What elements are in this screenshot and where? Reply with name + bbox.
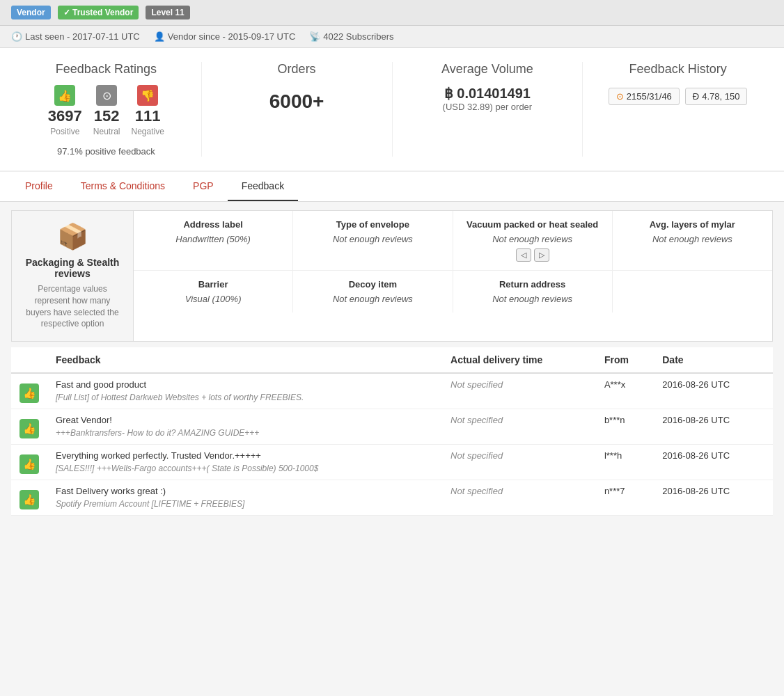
amazon-feedback-value: 2155/31/46 <box>627 91 672 102</box>
delivery-value: Not specified <box>450 450 503 461</box>
d-feedback-btn[interactable]: Ð 4.78, 150 <box>685 88 748 105</box>
tab-feedback[interactable]: Feedback <box>228 172 298 201</box>
feedback-main-text: Great Vendor! <box>56 415 434 425</box>
tab-pgp[interactable]: PGP <box>179 172 228 201</box>
from-cell: l***h <box>596 445 654 480</box>
col-date: Date <box>654 347 773 373</box>
feedback-text-cell: Everything worked perfectly. Trusted Ven… <box>47 445 442 480</box>
positive-label: Positive <box>48 127 82 136</box>
expand-right-btn[interactable]: ▷ <box>534 248 549 262</box>
orders-block: Orders 6000+ <box>202 62 393 157</box>
pkg-address-label: Address label Handwritten (50%) <box>134 211 293 270</box>
packaging-section: 📦 Packaging & Stealth reviews Percentage… <box>11 210 773 342</box>
tab-terms[interactable]: Terms & Conditions <box>67 172 179 201</box>
date-cell: 2016-08-26 UTC <box>654 409 773 445</box>
badge-level: Level 11 <box>146 6 189 19</box>
main-content: 📦 Packaging & Stealth reviews Percentage… <box>0 210 784 530</box>
vendor-since: 👤 Vendor since - 2015-09-17 UTC <box>154 31 296 42</box>
table-row: 👍 Great Vendor! +++Banktransfers- How to… <box>11 409 773 445</box>
thumbup-icon: 👍 <box>19 383 39 403</box>
neutral-count: 152 <box>93 107 120 125</box>
feedback-icon-cell: 👍 <box>11 373 47 409</box>
date-cell: 2016-08-26 UTC <box>654 480 773 516</box>
badge-trusted: ✓ Trusted Vendor <box>58 6 139 19</box>
date-cell: 2016-08-26 UTC <box>654 373 773 409</box>
packaging-row-1: Address label Handwritten (50%) Type of … <box>134 211 772 271</box>
positive-count: 3697 <box>48 107 82 125</box>
table-header-row: Feedback Actual delivery time From Date <box>11 347 773 373</box>
thumbup-icon: 👍 <box>19 419 39 438</box>
packaging-title: Packaging & Stealth reviews <box>23 257 122 279</box>
amazon-feedback-btn[interactable]: ⊙ 2155/31/46 <box>609 88 680 105</box>
neutral-icon: ⊙ <box>96 85 117 106</box>
negative-label: Negative <box>132 127 164 136</box>
from-value: A***x <box>604 379 625 390</box>
positive-pct: 97.1% positive feedback <box>18 146 194 157</box>
feedback-history-title: Feedback History <box>590 62 766 77</box>
feedback-sub-text: +++Banktransfers- How to do it? AMAZING … <box>56 428 434 438</box>
person-icon: 👤 <box>154 31 165 42</box>
from-cell: n***7 <box>596 480 654 516</box>
packaging-right: Address label Handwritten (50%) Type of … <box>134 211 772 341</box>
date-value: 2016-08-26 UTC <box>662 450 730 461</box>
feedback-main-text: Fast and good product <box>56 379 434 390</box>
pkg-barrier: Barrier Visual (100%) <box>134 271 293 313</box>
avg-volume-block: Average Volume ฿ 0.01401491 (USD 32.89) … <box>393 62 583 157</box>
feedback-table: Feedback Actual delivery time From Date … <box>11 347 773 516</box>
calendar-icon: 🕐 <box>11 31 22 42</box>
neutral-rating: ⊙ 152 Neutral <box>93 85 120 136</box>
from-cell: A***x <box>596 373 654 409</box>
badge-vendor: Vendor <box>11 6 51 19</box>
table-row: 👍 Everything worked perfectly. Trusted V… <box>11 445 773 480</box>
pkg-vacuum: Vacuum packed or heat sealed Not enough … <box>453 211 613 270</box>
pkg-return-address: Return address Not enough reviews <box>453 271 613 313</box>
expand-left-btn[interactable]: ◁ <box>516 248 531 262</box>
feedback-text-cell: Fast Delivery works great :) Spotify Pre… <box>47 480 442 516</box>
rss-icon: 📡 <box>309 31 320 42</box>
feedback-icon-cell: 👍 <box>11 480 47 516</box>
neutral-label: Neutral <box>93 127 120 136</box>
d-feedback-value: 4.78, 150 <box>702 91 739 102</box>
feedback-main-text: Everything worked perfectly. Trusted Ven… <box>56 450 434 461</box>
delivery-cell: Not specified <box>442 445 596 480</box>
packaging-row-2: Barrier Visual (100%) Decoy item Not eno… <box>134 271 772 313</box>
pkg-mylar: Avg. layers of mylar Not enough reviews <box>613 211 772 270</box>
delivery-value: Not specified <box>450 379 503 390</box>
tab-profile[interactable]: Profile <box>11 172 67 201</box>
pkg-decoy: Decoy item Not enough reviews <box>293 271 453 313</box>
from-value: l***h <box>604 450 622 461</box>
feedback-sub-text: [Full List] of Hottest Darkweb Websites … <box>56 393 434 402</box>
delivery-cell: Not specified <box>442 373 596 409</box>
date-value: 2016-08-26 UTC <box>662 379 730 390</box>
rating-row: 👍 3697 Positive ⊙ 152 Neutral 👎 111 Nega… <box>18 85 194 136</box>
date-cell: 2016-08-26 UTC <box>654 445 773 480</box>
expand-icons: ◁ ▷ <box>463 248 602 262</box>
negative-rating: 👎 111 Negative <box>132 85 164 136</box>
orders-title: Orders <box>209 62 385 77</box>
box-icon: 📦 <box>23 222 122 251</box>
avg-volume-usd: (USD 32.89) per order <box>400 102 576 112</box>
feedback-text-cell: Fast and good product [Full List] of Hot… <box>47 373 442 409</box>
feedback-icon-cell: 👍 <box>11 445 47 480</box>
date-value: 2016-08-26 UTC <box>662 415 730 425</box>
pkg-envelope-type: Type of envelope Not enough reviews <box>293 211 453 270</box>
table-row: 👍 Fast Delivery works great :) Spotify P… <box>11 480 773 516</box>
pkg-empty <box>613 271 772 313</box>
table-row: 👍 Fast and good product [Full List] of H… <box>11 373 773 409</box>
negative-icon: 👎 <box>137 85 158 106</box>
amazon-icon: ⊙ <box>616 91 624 102</box>
feedback-icon-cell: 👍 <box>11 409 47 445</box>
positive-icon: 👍 <box>54 85 75 106</box>
feedback-sub-text: [SALES!!!] +++Wells-Fargo accounts+++( S… <box>56 464 434 473</box>
thumbup-icon: 👍 <box>19 490 39 509</box>
delivery-cell: Not specified <box>442 480 596 516</box>
feedback-ratings-block: Feedback Ratings 👍 3697 Positive ⊙ 152 N… <box>11 62 202 157</box>
top-bar: Vendor ✓ Trusted Vendor Level 11 <box>0 0 784 26</box>
delivery-value: Not specified <box>450 415 503 425</box>
delivery-cell: Not specified <box>442 409 596 445</box>
orders-value: 6000+ <box>209 90 385 113</box>
col-feedback-label: Feedback <box>47 347 442 373</box>
negative-count: 111 <box>132 107 164 125</box>
feedback-sub-text: Spotify Premium Account [LIFETIME + FREE… <box>56 499 434 509</box>
feedback-main-text: Fast Delivery works great :) <box>56 486 434 496</box>
